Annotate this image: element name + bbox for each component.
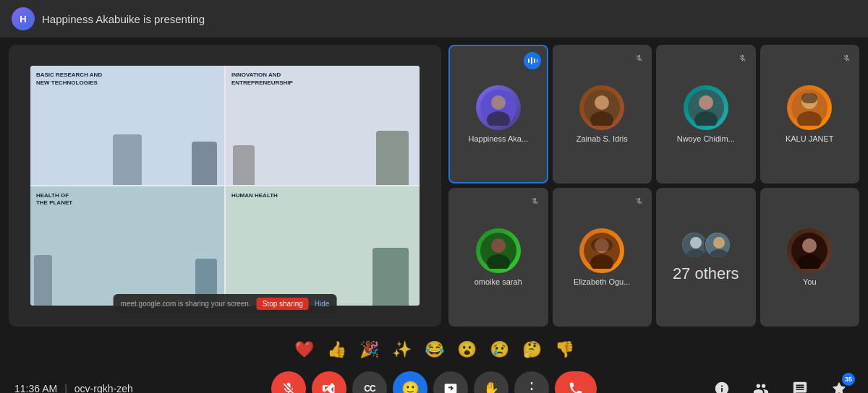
present-button[interactable]: [433, 371, 468, 393]
sharing-banner: meet.google.com is sharing your screen. …: [114, 294, 337, 314]
participant-tile-you[interactable]: You: [760, 188, 860, 327]
presenter-avatar: H: [12, 7, 35, 30]
participant-name-zainab: Zainab S. Idris: [574, 134, 631, 143]
others-count-container: 27 others: [673, 229, 739, 286]
captions-button[interactable]: CC: [352, 371, 387, 393]
camera-off-icon: [322, 381, 336, 393]
mic-off-icon-2: [739, 54, 746, 62]
mute-icon-omoike: [528, 194, 542, 208]
slide-figure-1: [113, 134, 142, 185]
sharing-text: meet.google.com is sharing your screen.: [121, 300, 251, 308]
slide-quadrant-4: HUMAN HEALTH: [226, 186, 420, 306]
presentation-mock: BASIC RESEARCH ANDNEW TECHNOLOGIES INNOV…: [30, 66, 420, 306]
screen-share-inner: BASIC RESEARCH ANDNEW TECHNOLOGIES INNOV…: [9, 45, 441, 327]
others-avatar-stack: [681, 229, 731, 262]
slide-quadrant-2: INNOVATION ANDENTREPRENEURSHIP: [226, 66, 420, 185]
reaction-sad[interactable]: 😢: [490, 340, 509, 359]
svg-rect-4: [531, 57, 532, 64]
camera-button[interactable]: [312, 371, 346, 393]
avatar-omoike: [476, 228, 521, 273]
right-controls: 35: [707, 374, 854, 393]
slide-label-4: HUMAN HEALTH: [231, 192, 414, 199]
bottom-bar: 11:36 AM | ocv-rgkh-zeh CC 🙂: [0, 366, 868, 393]
participant-tile-nwoye[interactable]: Nwoye Chidim...: [656, 45, 756, 183]
slide-label-2: INNOVATION ANDENTREPRENEURSHIP: [231, 72, 414, 87]
meeting-divider: |: [64, 383, 67, 393]
audio-wave-icon: [527, 56, 537, 66]
raise-hand-icon: ✋: [483, 381, 499, 393]
participant-tile-zainab[interactable]: Zainab S. Idris: [553, 45, 652, 183]
participant-name-omoike: omoike sarah: [472, 277, 525, 286]
svg-rect-16: [801, 93, 817, 103]
emoji-icon: 🙂: [401, 380, 420, 393]
slide-label-1: BASIC RESEARCH ANDNEW TECHNOLOGIES: [36, 72, 218, 87]
zainab-avatar-img: [584, 90, 620, 126]
reaction-laugh[interactable]: 😂: [425, 340, 444, 359]
slide-quadrant-3: HEALTH OFTHE PLANET: [30, 186, 224, 306]
you-avatar-img: [791, 233, 827, 269]
more-options-button[interactable]: ⋮: [514, 371, 549, 393]
reaction-bar: ❤️ 👍 🎉 ✨ 😂 😮 😢 🤔 👎: [0, 334, 868, 366]
svg-point-8: [595, 95, 609, 110]
slide-figure-7: [373, 248, 409, 306]
omoike-avatar-img: [480, 233, 516, 269]
avatar-you: [787, 228, 832, 273]
avatar-elizabeth: [579, 228, 624, 273]
mic-button[interactable]: [271, 371, 306, 393]
chat-button[interactable]: [786, 374, 814, 393]
raise-hand-button[interactable]: ✋: [474, 371, 509, 393]
mic-off-icon-3: [843, 54, 851, 62]
mic-off-icon-ctrl: [281, 381, 296, 393]
slide-quadrant-1: BASIC RESEARCH ANDNEW TECHNOLOGIES: [30, 66, 224, 185]
svg-point-1: [491, 95, 506, 110]
info-button[interactable]: [707, 374, 736, 393]
top-bar: H Happiness Akabuike is presenting: [0, 0, 868, 38]
people-button[interactable]: [746, 374, 775, 393]
participant-tile-others[interactable]: 27 others: [656, 188, 756, 327]
reaction-party[interactable]: 🎉: [359, 340, 379, 359]
participant-tile-elizabeth[interactable]: Elizabeth Ogu...: [553, 188, 652, 327]
slide-figure-4: [376, 131, 409, 185]
captions-label: CC: [364, 384, 375, 393]
activities-button[interactable]: 35: [825, 374, 854, 393]
mic-off-icon: [635, 54, 643, 62]
chat-icon: [792, 381, 808, 393]
people-icon: [753, 381, 769, 393]
mute-icon-elizabeth: [631, 194, 646, 208]
emoji-button[interactable]: 🙂: [393, 371, 427, 393]
center-controls: CC 🙂 ✋ ⋮: [271, 371, 597, 393]
participant-tile-happiness[interactable]: Happiness Aka...: [448, 45, 548, 183]
reaction-thinking[interactable]: 🤔: [522, 340, 542, 359]
reaction-wow[interactable]: 😮: [457, 340, 477, 359]
participant-tile-kalu[interactable]: KALU JANET: [760, 45, 860, 183]
avatar-nwoye: [684, 85, 728, 130]
reaction-thumbsup[interactable]: 👍: [327, 340, 346, 359]
mute-icon-zainab: [631, 51, 646, 65]
others-avatar-2: [704, 231, 731, 259]
present-icon: [443, 381, 458, 393]
reaction-thumbsdown[interactable]: 👎: [555, 340, 574, 359]
svg-point-28: [713, 237, 725, 249]
activities-badge: 35: [842, 373, 855, 386]
avatar-zainab: [579, 85, 624, 130]
hide-link[interactable]: Hide: [315, 300, 330, 308]
svg-rect-3: [528, 59, 529, 63]
end-call-button[interactable]: [555, 371, 597, 393]
meeting-code: ocv-rgkh-zeh: [75, 383, 133, 393]
others-count: 27 others: [673, 264, 739, 283]
participant-tile-omoike[interactable]: omoike sarah: [448, 188, 548, 327]
slide-figure-3: [233, 145, 255, 185]
screen-share: BASIC RESEARCH ANDNEW TECHNOLOGIES INNOV…: [9, 45, 441, 327]
slide-figure-2: [192, 142, 217, 185]
info-icon: [714, 381, 730, 393]
svg-point-18: [491, 238, 506, 253]
end-call-icon: [568, 381, 584, 393]
svg-point-11: [699, 95, 713, 110]
avatar-kalu: [787, 85, 832, 130]
happiness-avatar-img: [480, 90, 516, 126]
meeting-time: 11:36 AM: [14, 383, 57, 393]
reaction-heart[interactable]: ❤️: [294, 340, 314, 359]
reaction-sparkle[interactable]: ✨: [392, 340, 412, 359]
stop-sharing-button[interactable]: Stop sharing: [257, 298, 309, 310]
mute-icon-kalu: [839, 51, 854, 65]
